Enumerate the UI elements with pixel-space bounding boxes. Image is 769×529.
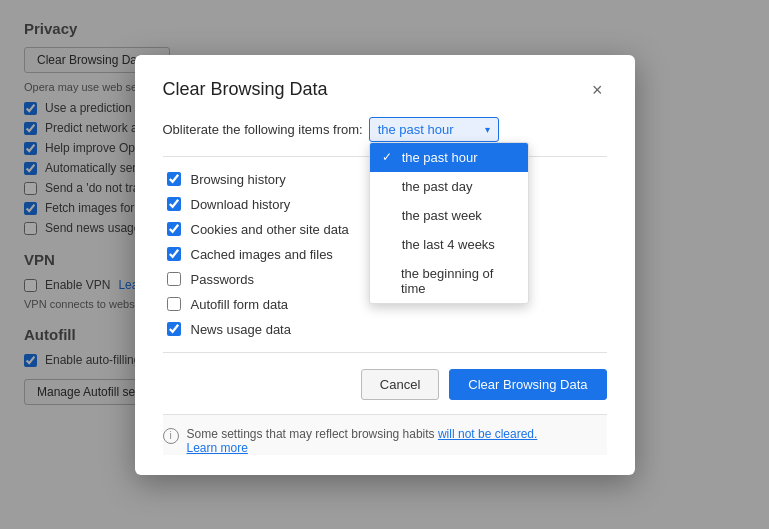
cached-images-checkbox[interactable] — [167, 247, 181, 261]
modal-info-text: Some settings that may reflect browsing … — [187, 427, 538, 455]
chevron-down-icon: ▾ — [485, 124, 490, 135]
news-usage-row: News usage data — [163, 317, 607, 342]
passwords-checkbox[interactable] — [167, 272, 181, 286]
download-history-checkbox[interactable] — [167, 197, 181, 211]
dropdown-option-past-hour[interactable]: ✓ the past hour — [370, 143, 528, 172]
dropdown-option-beginning-of-time[interactable]: the beginning of time — [370, 259, 528, 303]
modal-title: Clear Browsing Data — [163, 79, 328, 100]
modal-overlay: Clear Browsing Data × Obliterate the fol… — [0, 0, 769, 529]
info-learn-more-link[interactable]: Learn more — [187, 441, 248, 455]
check-icon: ✓ — [382, 150, 396, 164]
modal-footer: Cancel Clear Browsing Data — [163, 369, 607, 400]
modal-info-section: i Some settings that may reflect browsin… — [163, 414, 607, 455]
dropdown-option-past-day[interactable]: the past day — [370, 172, 528, 201]
will-not-be-cleared-link[interactable]: will not be cleared. — [438, 427, 537, 441]
modal-subtitle: Obliterate the following items from: the… — [163, 117, 607, 142]
dropdown-option-last-4-weeks[interactable]: the last 4 weeks — [370, 230, 528, 259]
time-range-dropdown[interactable]: the past hour ▾ — [369, 117, 499, 142]
close-modal-button[interactable]: × — [588, 79, 607, 101]
time-range-dropdown-wrapper: the past hour ▾ ✓ the past hour the past… — [369, 117, 499, 142]
clear-browsing-modal: Clear Browsing Data × Obliterate the fol… — [135, 55, 635, 475]
modal-header: Clear Browsing Data × — [163, 79, 607, 101]
time-range-dropdown-list: ✓ the past hour the past day the past we… — [369, 142, 529, 304]
news-usage-checkbox[interactable] — [167, 322, 181, 336]
info-icon: i — [163, 428, 179, 444]
dropdown-option-past-week[interactable]: the past week — [370, 201, 528, 230]
cookies-checkbox[interactable] — [167, 222, 181, 236]
autofill-form-checkbox[interactable] — [167, 297, 181, 311]
browsing-history-checkbox[interactable] — [167, 172, 181, 186]
clear-browsing-data-button[interactable]: Clear Browsing Data — [449, 369, 606, 400]
cancel-button[interactable]: Cancel — [361, 369, 439, 400]
